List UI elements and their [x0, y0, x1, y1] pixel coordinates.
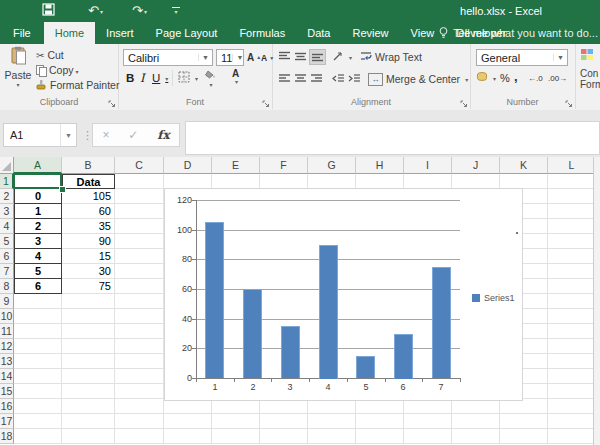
cell-A13[interactable]	[14, 354, 62, 369]
cell-F16[interactable]	[260, 399, 308, 414]
cell-B17[interactable]	[62, 414, 115, 429]
column-header-B[interactable]: B	[62, 157, 115, 174]
comma-style-button[interactable]: ,	[514, 69, 518, 83]
name-box[interactable]: A1 ▼	[3, 123, 77, 147]
decrease-indent-button[interactable]	[332, 72, 345, 86]
column-header-I[interactable]: I	[404, 157, 452, 174]
cell-L7[interactable]	[548, 264, 596, 279]
tab-page-layout[interactable]: Page Layout	[145, 22, 229, 44]
fill-handle[interactable]	[59, 186, 66, 193]
cell-A7[interactable]: 5	[14, 264, 62, 279]
cell-L11[interactable]	[548, 324, 596, 339]
cell-L4[interactable]	[548, 219, 596, 234]
align-top-button[interactable]	[278, 50, 291, 64]
tab-review[interactable]: Review	[341, 22, 399, 44]
cell-B16[interactable]	[62, 399, 115, 414]
cell-G18[interactable]	[308, 429, 356, 444]
row-header-18[interactable]: 18	[0, 429, 14, 444]
cell-D1[interactable]	[164, 174, 212, 189]
cell-C14[interactable]	[115, 369, 164, 384]
cell-L14[interactable]	[548, 369, 596, 384]
bar-4[interactable]	[319, 245, 338, 379]
column-header-L[interactable]: L	[548, 157, 596, 174]
column-header-D[interactable]: D	[164, 157, 212, 174]
cell-C16[interactable]	[115, 399, 164, 414]
cell-A6[interactable]: 4	[14, 249, 62, 264]
row-header-17[interactable]: 17	[0, 414, 14, 429]
cell-L6[interactable]	[548, 249, 596, 264]
number-dialog-launcher-icon[interactable]	[565, 98, 573, 106]
cell-L9[interactable]	[548, 294, 596, 309]
bar-3[interactable]	[281, 326, 300, 378]
cancel-icon[interactable]: ×	[102, 128, 109, 142]
cell-H1[interactable]	[356, 174, 404, 189]
cell-A9[interactable]	[14, 294, 62, 309]
cell-A14[interactable]	[14, 369, 62, 384]
cell-E16[interactable]	[212, 399, 260, 414]
cell-C3[interactable]	[115, 204, 164, 219]
cell-B8[interactable]: 75	[62, 279, 115, 294]
cell-L12[interactable]	[548, 339, 596, 354]
cell-B12[interactable]	[62, 339, 115, 354]
cell-A4[interactable]: 2	[14, 219, 62, 234]
embedded-chart[interactable]: 0204060801001201234567Series1	[164, 188, 523, 401]
cell-L8[interactable]	[548, 279, 596, 294]
bar-1[interactable]	[205, 222, 224, 378]
cell-B5[interactable]: 90	[62, 234, 115, 249]
cell-A5[interactable]: 3	[14, 234, 62, 249]
cell-H18[interactable]	[356, 429, 404, 444]
cell-B9[interactable]	[62, 294, 115, 309]
cell-C10[interactable]	[115, 309, 164, 324]
cell-B7[interactable]: 30	[62, 264, 115, 279]
cell-A18[interactable]	[14, 429, 62, 444]
cell-B11[interactable]	[62, 324, 115, 339]
row-header-3[interactable]: 3	[0, 204, 14, 219]
cell-L16[interactable]	[548, 399, 596, 414]
row-header-6[interactable]: 6	[0, 249, 14, 264]
enter-icon[interactable]: ✓	[128, 128, 138, 142]
align-right-button[interactable]	[310, 72, 323, 86]
align-bottom-button[interactable]	[310, 50, 325, 64]
merge-center-button[interactable]: ↔ Merge & Center	[368, 72, 468, 86]
cell-I1[interactable]	[404, 174, 452, 189]
number-format-select[interactable]: General▼	[476, 49, 568, 66]
vertical-scrollbar[interactable]	[593, 157, 600, 445]
cell-L5[interactable]	[548, 234, 596, 249]
undo-dropdown-icon[interactable]: ▾	[100, 8, 103, 15]
cell-L18[interactable]	[548, 429, 596, 444]
cell-C5[interactable]	[115, 234, 164, 249]
row-header-11[interactable]: 11	[0, 324, 14, 339]
font-size-select[interactable]: 11▼	[216, 49, 244, 66]
row-header-13[interactable]: 13	[0, 354, 14, 369]
cell-C15[interactable]	[115, 384, 164, 399]
increase-indent-button[interactable]	[348, 72, 361, 86]
cell-I17[interactable]	[404, 414, 452, 429]
bar-2[interactable]	[243, 289, 262, 378]
cell-B2[interactable]: 105	[62, 189, 115, 204]
column-header-F[interactable]: F	[260, 157, 308, 174]
cell-B6[interactable]: 15	[62, 249, 115, 264]
column-header-G[interactable]: G	[308, 157, 356, 174]
tab-insert[interactable]: Insert	[95, 22, 145, 44]
paste-button[interactable]: Paste ▾	[4, 46, 32, 94]
cell-K1[interactable]	[500, 174, 548, 189]
cell-C12[interactable]	[115, 339, 164, 354]
column-header-C[interactable]: C	[115, 157, 164, 174]
tab-home[interactable]: Home	[44, 22, 95, 44]
align-left-button[interactable]	[278, 72, 291, 86]
column-header-K[interactable]: K	[500, 157, 548, 174]
font-dialog-launcher-icon[interactable]	[262, 98, 270, 106]
cell-K18[interactable]	[500, 429, 548, 444]
cell-L1[interactable]	[548, 174, 596, 189]
column-header-H[interactable]: H	[356, 157, 404, 174]
cell-C4[interactable]	[115, 219, 164, 234]
cell-B3[interactable]: 60	[62, 204, 115, 219]
cell-L10[interactable]	[548, 309, 596, 324]
cell-L15[interactable]	[548, 384, 596, 399]
bar-7[interactable]	[432, 267, 451, 378]
cell-B1[interactable]: Data	[62, 174, 115, 189]
cell-H17[interactable]	[356, 414, 404, 429]
cell-J16[interactable]	[452, 399, 500, 414]
cell-F17[interactable]	[260, 414, 308, 429]
tell-me-box[interactable]: Tell me what you want to do...	[438, 22, 598, 44]
